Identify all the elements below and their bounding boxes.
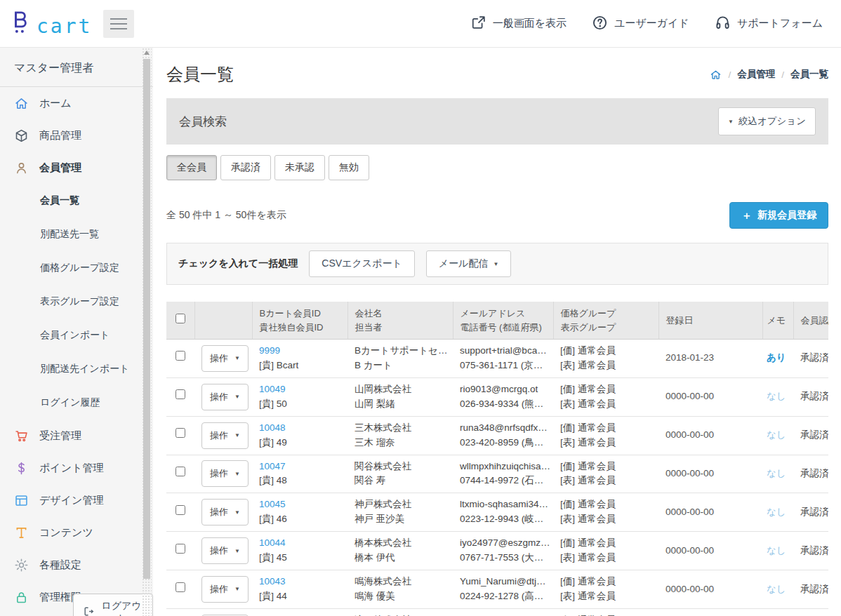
- own-member-id: [貴] 45: [259, 551, 340, 565]
- row-checkbox[interactable]: [176, 544, 185, 554]
- table-row: 操作 10043 [貴] 44 鳴海株式会社 鳴海 優美 Yumi_Narumi…: [166, 570, 828, 609]
- dollar-icon: [13, 460, 29, 476]
- cart-icon: [13, 428, 29, 443]
- sidebar-subitem-shipping-import[interactable]: 別配送先インポート: [0, 352, 153, 386]
- phone-number: 0224-92-1278 (高…: [460, 589, 546, 604]
- tab-unapproved[interactable]: 未承認: [274, 155, 325, 180]
- email-address: haruotakiguchi@gq…: [460, 613, 546, 616]
- phone-number: 075-361-1171 (京…: [460, 359, 546, 373]
- user-icon: [13, 160, 29, 175]
- sidebar-item-settings[interactable]: 各種設定: [0, 549, 153, 581]
- sidebar-item-points[interactable]: ポイント管理: [0, 452, 153, 484]
- home-icon: [13, 95, 29, 111]
- member-id-link[interactable]: 10042: [259, 613, 340, 616]
- mail-delivery-button[interactable]: メール配信: [426, 250, 512, 277]
- row-action-button[interactable]: 操作: [201, 499, 249, 525]
- row-checkbox[interactable]: [176, 467, 185, 476]
- breadcrumb-member-list[interactable]: 会員一覧: [790, 68, 828, 81]
- row-checkbox[interactable]: [176, 351, 185, 361]
- topbar: cart 一般画面を表示 ユーザーガイド: [0, 0, 841, 48]
- new-member-button[interactable]: 新規会員登録: [729, 202, 828, 229]
- scroll-up-icon[interactable]: [144, 51, 150, 55]
- sidebar-item-contents[interactable]: コンテンツ: [0, 516, 153, 549]
- sidebar-item-design[interactable]: デザイン管理: [0, 484, 153, 516]
- external-link-icon: [471, 15, 486, 32]
- sidebar-subitem-shipping-addresses[interactable]: 別配送先一覧: [0, 217, 153, 251]
- contact-person: 橋本 伊代: [355, 551, 446, 565]
- email-address: Yumi_Narumi@dtj…: [460, 575, 546, 589]
- plus-icon: [741, 209, 752, 222]
- member-id-link[interactable]: 10048: [259, 421, 340, 436]
- row-action-button[interactable]: 操作: [201, 537, 249, 564]
- member-id-link[interactable]: 10049: [259, 382, 340, 397]
- row-checkbox[interactable]: [176, 582, 185, 592]
- registered-date: 0000-00-00: [658, 377, 762, 416]
- sidebar-item-members[interactable]: 会員管理: [0, 152, 153, 184]
- own-member-id: [貴] 46: [259, 512, 340, 527]
- bulk-actions-bar: チェックを入れて一括処理 CSVエクスポート メール配信: [166, 243, 828, 285]
- header-email: メールアドレス電話番号 (都道府県): [453, 302, 553, 340]
- email-address: support+trial@bca…: [460, 344, 546, 359]
- tab-disabled[interactable]: 無効: [329, 155, 369, 180]
- headset-icon: [715, 15, 731, 33]
- auth-status: 承認済: [793, 340, 828, 378]
- display-group: [表] 通常会員: [560, 474, 651, 488]
- view-public-site-link[interactable]: 一般画面を表示: [471, 15, 567, 32]
- company-name: 関谷株式会社: [355, 460, 446, 474]
- sidebar-item-orders[interactable]: 受注管理: [0, 420, 153, 452]
- sidebar-subitem-member-import[interactable]: 会員インポート: [0, 319, 153, 352]
- csv-export-button[interactable]: CSVエクスポート: [309, 250, 414, 277]
- logout-button[interactable]: ログアウト: [73, 594, 153, 616]
- sidebar-subitem-member-list[interactable]: 会員一覧: [0, 184, 153, 217]
- row-checkbox[interactable]: [176, 505, 185, 515]
- sidebar-toggle-button[interactable]: [103, 10, 134, 38]
- member-table: Bカート会員ID貴社独自会員ID 会社名担当者 メールアドレス電話番号 (都道府…: [166, 302, 828, 616]
- brand-text: cart: [37, 17, 92, 39]
- header-action: [194, 302, 252, 340]
- sidebar-subitem-display-groups[interactable]: 表示グループ設定: [0, 285, 153, 319]
- status-filter-tabs: 全会員 承認済 未承認 無効: [166, 145, 828, 197]
- registered-date: 0000-00-00: [658, 608, 762, 616]
- member-id-link[interactable]: 10045: [259, 497, 340, 512]
- contact-person: B カート: [355, 359, 446, 373]
- text-icon: [13, 525, 29, 540]
- header-company: 会社名担当者: [347, 302, 453, 340]
- question-circle-icon: [592, 15, 608, 33]
- member-id-link[interactable]: 9999: [259, 344, 340, 359]
- member-id-link[interactable]: 10043: [259, 575, 340, 589]
- registered-date: 0000-00-00: [658, 455, 762, 493]
- scrollbar-thumb[interactable]: [143, 59, 150, 579]
- company-name: 橋本株式会社: [355, 536, 446, 551]
- row-action-button[interactable]: 操作: [201, 460, 249, 487]
- sidebar-scrollbar[interactable]: [142, 48, 152, 616]
- breadcrumb-home-icon[interactable]: [710, 69, 722, 81]
- row-action-button[interactable]: 操作: [201, 384, 249, 410]
- member-id-link[interactable]: 10044: [259, 536, 340, 551]
- auth-status: 承認済: [793, 377, 828, 416]
- tab-approved[interactable]: 承認済: [220, 155, 271, 180]
- breadcrumb-member-management[interactable]: 会員管理: [737, 68, 775, 81]
- company-name: 三木株式会社: [355, 421, 446, 436]
- member-id-link[interactable]: 10047: [259, 460, 340, 474]
- support-form-link[interactable]: サポートフォーム: [715, 15, 823, 33]
- auth-status: 承認済: [793, 493, 828, 532]
- tab-all-members[interactable]: 全会員: [166, 155, 217, 180]
- contact-person: 三木 瑠奈: [355, 436, 446, 450]
- row-action-button[interactable]: 操作: [201, 345, 249, 372]
- sidebar-nav: ホーム 商品管理 会員管理 会員一覧 別配送先一覧 価格グル: [0, 87, 153, 616]
- logout-icon: [83, 605, 95, 616]
- memo-value: なし: [762, 416, 793, 455]
- row-action-button[interactable]: 操作: [201, 422, 249, 449]
- user-guide-link[interactable]: ユーザーガイド: [592, 15, 689, 33]
- filter-options-button[interactable]: 絞込オプション: [718, 107, 816, 135]
- sidebar-subitem-login-history[interactable]: ログイン履歴: [0, 386, 153, 420]
- sidebar-item-products[interactable]: 商品管理: [0, 119, 153, 152]
- phone-number: 0767-71-7553 (大…: [460, 551, 546, 565]
- row-checkbox[interactable]: [176, 428, 185, 438]
- sidebar-subitem-price-groups[interactable]: 価格グループ設定: [0, 251, 153, 285]
- select-all-checkbox[interactable]: [176, 314, 185, 323]
- sidebar-item-home[interactable]: ホーム: [0, 87, 153, 119]
- row-checkbox[interactable]: [176, 389, 185, 399]
- row-action-button[interactable]: 操作: [201, 576, 249, 603]
- bcart-logo[interactable]: cart: [10, 8, 92, 39]
